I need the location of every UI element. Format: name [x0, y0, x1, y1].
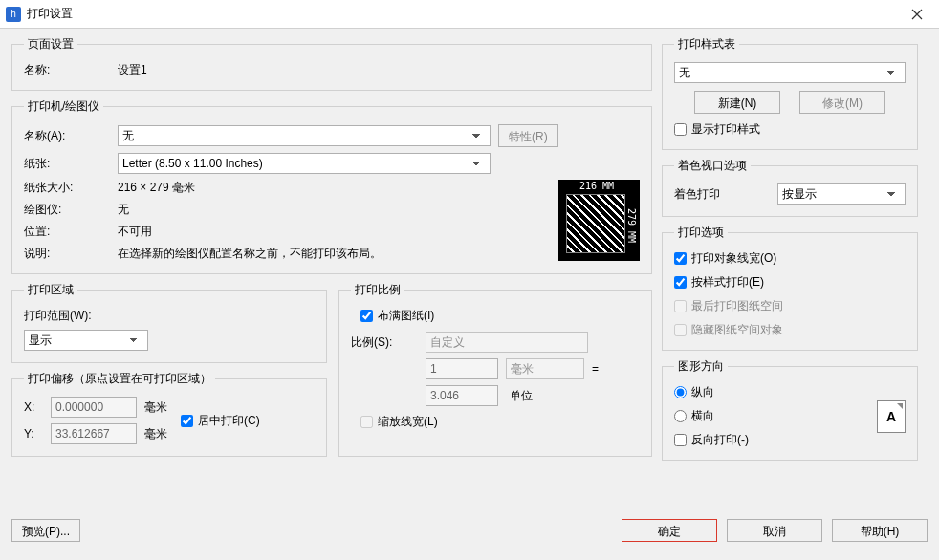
help-button[interactable]: 帮助(H) [832, 519, 928, 542]
paper-select[interactable]: Letter (8.50 x 11.00 Inches) [118, 153, 491, 174]
desc-value: 在选择新的绘图仪配置名称之前，不能打印该布局。 [118, 246, 382, 262]
scale-top-input [426, 358, 498, 379]
app-icon: h [6, 7, 21, 22]
print-offset-group: 打印偏移（原点设置在可打印区域） X: 毫米 Y: 毫米 [11, 371, 327, 457]
scale-equals: = [592, 362, 599, 376]
close-button[interactable] [895, 0, 939, 29]
shade-label: 着色打印 [674, 186, 770, 203]
where-label: 位置: [24, 224, 110, 240]
where-value: 不可用 [118, 224, 152, 240]
style-table-legend: 打印样式表 [674, 36, 739, 53]
printer-legend: 打印机/绘图仪 [24, 98, 103, 115]
title-bar: h 打印设置 [0, 0, 939, 29]
bottom-bar: 预览(P)... 确定 取消 帮助(H) [0, 516, 939, 550]
offset-y-label: Y: [24, 427, 43, 441]
style-modify-button: 修改(M) [799, 91, 885, 114]
display-style-checkbox[interactable]: 显示打印样式 [674, 121, 906, 138]
printer-name-label: 名称(A): [24, 128, 110, 144]
scale-bottom-unit: 单位 [506, 388, 584, 404]
printer-props-button: 特性(R) [498, 124, 558, 147]
preview-button[interactable]: 预览(P)... [11, 519, 80, 542]
orientation-group: 图形方向 纵向 横向 反向打印(-) [662, 358, 918, 461]
ok-button[interactable]: 确定 [622, 519, 717, 542]
page-setup-legend: 页面设置 [24, 36, 77, 53]
scale-lineweight-checkbox[interactable]: 缩放线宽(L) [360, 414, 640, 430]
opt-hidespace-checkbox[interactable]: 隐藏图纸空间对象 [674, 322, 906, 338]
print-scale-legend: 打印比例 [351, 282, 404, 298]
cancel-button[interactable]: 取消 [727, 519, 822, 542]
orientation-reverse-checkbox[interactable]: 反向打印(-) [674, 432, 865, 448]
shade-view-group: 着色视口选项 着色打印 按显示 [662, 158, 918, 217]
paper-preview-thumb: 216 MM 279 MM [558, 180, 640, 261]
desc-label: 说明: [24, 246, 110, 262]
center-print-checkbox[interactable]: 居中打印(C) [181, 413, 260, 429]
opt-lastspace-checkbox[interactable]: 最后打印图纸空间 [674, 298, 906, 314]
paper-size-label: 纸张大小: [24, 180, 110, 196]
shade-view-legend: 着色视口选项 [674, 158, 751, 174]
orientation-landscape-radio[interactable]: 横向 [674, 408, 865, 424]
offset-x-label: X: [24, 400, 43, 414]
print-offset-legend: 打印偏移（原点设置在可打印区域） [24, 371, 215, 387]
orientation-icon: A [877, 400, 906, 433]
scale-select: 自定义 [426, 332, 588, 353]
paper-label: 纸张: [24, 156, 110, 172]
print-range-label: 打印范围(W): [24, 308, 92, 324]
scale-label: 比例(S): [351, 334, 418, 351]
shade-select[interactable]: 按显示 [777, 183, 906, 205]
offset-x-input [51, 397, 137, 418]
print-area-group: 打印区域 打印范围(W): 显示 [11, 282, 327, 363]
page-name-value: 设置1 [118, 62, 147, 78]
printer-group: 打印机/绘图仪 名称(A): 无 特性(R) 纸张: Letter (8.50 … [11, 98, 652, 274]
opt-bystyle-checkbox[interactable]: 按样式打印(E) [674, 274, 906, 291]
print-scale-group: 打印比例 布满图纸(I) 比例(S): 自定义 毫米 = [338, 282, 652, 457]
paper-size-value: 216 × 279 毫米 [118, 180, 195, 196]
print-range-select[interactable]: 显示 [24, 330, 148, 351]
offset-x-unit: 毫米 [144, 399, 167, 416]
style-new-button[interactable]: 新建(N) [694, 91, 780, 114]
page-name-label: 名称: [24, 62, 110, 78]
scale-bottom-input [426, 385, 498, 406]
plotter-label: 绘图仪: [24, 202, 110, 218]
plotter-value: 无 [118, 202, 129, 218]
style-table-group: 打印样式表 无 新建(N) 修改(M) 显示打印样式 [662, 36, 918, 150]
orientation-legend: 图形方向 [674, 358, 728, 375]
offset-y-input [51, 423, 137, 444]
page-setup-group: 页面设置 名称: 设置1 [11, 36, 652, 91]
orientation-portrait-radio[interactable]: 纵向 [674, 384, 865, 400]
print-area-legend: 打印区域 [24, 282, 77, 298]
opt-lineweight-checkbox[interactable]: 打印对象线宽(O) [674, 250, 906, 267]
offset-y-unit: 毫米 [144, 426, 167, 442]
print-options-legend: 打印选项 [674, 225, 728, 241]
window-title: 打印设置 [27, 6, 73, 22]
style-table-select[interactable]: 无 [674, 62, 906, 83]
printer-name-select[interactable]: 无 [118, 125, 491, 146]
print-options-group: 打印选项 打印对象线宽(O) 按样式打印(E) 最后打印图纸空间 隐藏图纸空间对… [662, 225, 918, 351]
scale-top-unit-select: 毫米 [506, 358, 584, 379]
fit-paper-checkbox[interactable]: 布满图纸(I) [360, 308, 640, 324]
